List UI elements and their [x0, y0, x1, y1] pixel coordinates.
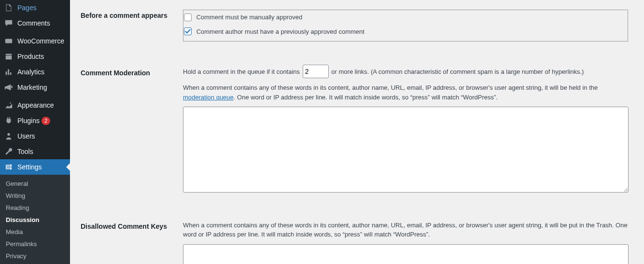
sidebar-item-label: Pages	[17, 4, 37, 12]
settings-icon	[4, 163, 14, 171]
sidebar-item-marketing[interactable]: Marketing	[0, 80, 70, 95]
max-links-input[interactable]	[303, 65, 329, 78]
admin-sidebar: Pages Comments WooCommerce Products Anal…	[0, 0, 70, 264]
submenu-item-permalinks[interactable]: Permalinks	[0, 238, 70, 250]
sidebar-item-users[interactable]: Users	[0, 128, 70, 144]
submenu-item-general[interactable]: General	[0, 178, 70, 190]
disallowed-keys-heading: Disallowed Comment Keys	[81, 215, 177, 264]
sidebar-item-label: Settings	[17, 163, 42, 171]
moderation-words-description: When a comment contains any of these wor…	[183, 83, 629, 102]
sidebar-item-label: Users	[17, 132, 35, 140]
submenu-item-discussion[interactable]: Discussion	[0, 214, 70, 226]
disallowed-description: When a comment contains any of these wor…	[183, 221, 629, 239]
sidebar-item-label: Marketing	[17, 83, 47, 91]
products-icon	[4, 52, 14, 61]
sidebar-item-appearance[interactable]: Appearance	[0, 97, 70, 113]
manual-approve-label[interactable]: Comment must be manually approved	[184, 13, 628, 22]
manual-approve-checkbox[interactable]	[184, 14, 192, 21]
analytics-icon	[4, 68, 14, 76]
tools-icon	[4, 147, 14, 156]
prev-approved-label[interactable]: Comment author must have a previously ap…	[184, 27, 628, 37]
svg-rect-4	[6, 168, 10, 169]
woo-icon	[4, 37, 14, 45]
sidebar-item-settings[interactable]: Settings	[0, 159, 70, 175]
before-comment-heading: Before a comment appears	[81, 4, 177, 48]
comment-icon	[4, 19, 14, 28]
sidebar-item-label: WooCommerce	[17, 37, 64, 45]
marketing-icon	[4, 83, 14, 92]
hold-links-description: Hold a comment in the queue if it contai…	[183, 67, 629, 78]
disallowed-keys-textarea[interactable]	[183, 244, 629, 264]
users-icon	[4, 132, 14, 140]
submenu-item-writing[interactable]: Writing	[0, 190, 70, 202]
sidebar-item-tools[interactable]: Tools	[0, 144, 70, 159]
appearance-icon	[4, 101, 14, 110]
plugins-icon	[4, 116, 14, 125]
svg-point-5	[10, 165, 12, 167]
sidebar-item-label: Tools	[17, 148, 33, 155]
submenu-item-reading[interactable]: Reading	[0, 202, 70, 214]
svg-rect-3	[7, 167, 12, 167]
sidebar-item-comments[interactable]: Comments	[0, 15, 70, 31]
prev-approved-checkbox[interactable]	[184, 28, 192, 35]
sidebar-item-woocommerce[interactable]: WooCommerce	[0, 33, 70, 49]
settings-content: Before a comment appears Comment must be…	[70, 0, 644, 264]
submenu-item-media[interactable]: Media	[0, 226, 70, 238]
svg-point-7	[10, 168, 12, 170]
moderation-queue-link[interactable]: moderation queue	[183, 94, 234, 101]
comment-moderation-heading: Comment Moderation	[81, 61, 177, 201]
plugins-badge: 2	[42, 117, 50, 125]
settings-submenu: General Writing Reading Discussion Media…	[0, 175, 70, 264]
sidebar-item-analytics[interactable]: Analytics	[0, 64, 70, 80]
svg-point-6	[6, 166, 8, 168]
sidebar-item-label: Appearance	[17, 101, 54, 109]
sidebar-item-label: Comments	[17, 19, 50, 27]
sidebar-item-label: Analytics	[17, 68, 44, 76]
svg-rect-2	[6, 165, 10, 166]
sidebar-item-label: Products	[17, 53, 44, 60]
sidebar-item-products[interactable]: Products	[0, 49, 70, 64]
submenu-item-privacy[interactable]: Privacy	[0, 250, 70, 262]
sidebar-item-label: Plugins	[17, 117, 40, 125]
svg-rect-0	[5, 39, 12, 43]
page-icon	[4, 3, 14, 12]
sidebar-item-plugins[interactable]: Plugins 2	[0, 113, 70, 128]
moderation-keys-textarea[interactable]	[183, 107, 629, 193]
sidebar-item-pages[interactable]: Pages	[0, 0, 70, 15]
svg-point-1	[7, 133, 10, 136]
